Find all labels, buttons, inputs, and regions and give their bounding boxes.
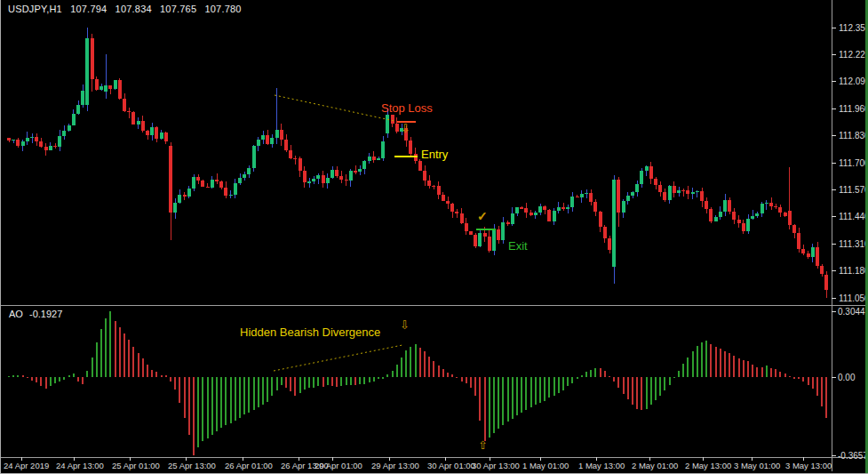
- indicator-value: -0.1927: [29, 309, 62, 319]
- price-axis-label: 111.960: [839, 104, 868, 114]
- up-arrow-icon[interactable]: ⇧: [478, 439, 488, 451]
- time-axis-label: 24 Apr 13:00: [56, 461, 104, 470]
- high-value: 107.834: [115, 4, 152, 14]
- chart-window: 112.350112.220112.090111.960111.830111.7…: [0, 0, 868, 474]
- price-axis-label: 111.310: [839, 239, 868, 249]
- time-axis-label: 26 Apr 01:00: [225, 461, 273, 470]
- price-axis-label: 112.220: [839, 50, 868, 60]
- price-axis-label: 111.570: [839, 185, 868, 195]
- time-axis-label: 29 Apr 01:00: [315, 461, 362, 470]
- divergence-label[interactable]: Hidden Bearish Divergence: [240, 325, 380, 339]
- check-icon[interactable]: ✓: [477, 210, 488, 222]
- time-axis-label: 3 May 01:00: [734, 461, 780, 470]
- indicator-name: AO: [9, 309, 23, 319]
- time-axis-label: 29 Apr 13:00: [371, 461, 419, 470]
- entry-label[interactable]: Entry: [421, 148, 448, 161]
- stop-loss-label[interactable]: Stop Loss: [381, 101, 433, 115]
- candlestick-series[interactable]: [7, 28, 828, 298]
- low-value: 107.765: [160, 4, 196, 14]
- indicator-axis-label: 0.00: [838, 373, 856, 382]
- indicator-title: AO -0.1927: [9, 309, 66, 319]
- chart-title: USDJPY,H1 107.794 107.834 107.765 107.78…: [8, 4, 247, 14]
- time-axis-label: 2 May 01:00: [632, 461, 678, 470]
- price-axis-label: 111.830: [839, 131, 868, 141]
- symbol-period-label: USDJPY,H1: [8, 4, 62, 14]
- close-value: 107.780: [204, 4, 241, 14]
- ao-histogram[interactable]: [8, 311, 827, 455]
- price-axis[interactable]: 112.350112.220112.090111.960111.830111.7…: [832, 23, 868, 303]
- time-axis-label: 2 May 13:00: [685, 461, 731, 470]
- time-axis-label: 30 Apr 01:00: [427, 461, 475, 470]
- price-axis-label: 111.180: [839, 266, 868, 276]
- entry-line[interactable]: [394, 156, 418, 157]
- time-axis-label: 3 May 13:00: [785, 461, 832, 470]
- down-arrow-icon[interactable]: ⇩: [401, 123, 410, 134]
- price-axis-label: 112.090: [839, 76, 868, 86]
- time-axis-label: 25 Apr 01:00: [112, 461, 160, 470]
- down-arrow-icon[interactable]: ⇩: [400, 319, 410, 331]
- time-axis-label: 25 Apr 13:00: [168, 461, 216, 470]
- price-axis-label: 112.350: [839, 23, 868, 33]
- price-axis-label: 111.440: [839, 212, 868, 221]
- time-axis[interactable]: 24 Apr 201924 Apr 13:0025 Apr 01:0025 Ap…: [4, 457, 832, 470]
- exit-label[interactable]: Exit: [508, 239, 528, 253]
- open-value: 107.794: [70, 4, 107, 14]
- time-axis-label: 24 Apr 2019: [4, 461, 49, 470]
- indicator-axis-label: 0.3044: [838, 307, 865, 317]
- chart-canvas[interactable]: 112.350112.220112.090111.960111.830111.7…: [1, 0, 868, 474]
- time-axis-label: 1 May 01:00: [522, 461, 569, 470]
- price-axis-label: 111.700: [839, 158, 868, 168]
- exit-line[interactable]: [476, 229, 496, 230]
- panel-separators: [1, 0, 868, 471]
- time-axis-label: 1 May 13:00: [578, 461, 625, 470]
- indicator-axis-label: -0.3657: [838, 451, 868, 461]
- price-axis-label: 111.050: [839, 293, 868, 303]
- time-axis-label: 30 Apr 13:00: [472, 461, 520, 470]
- indicator-axis[interactable]: 0.30440.00-0.3657: [832, 307, 868, 461]
